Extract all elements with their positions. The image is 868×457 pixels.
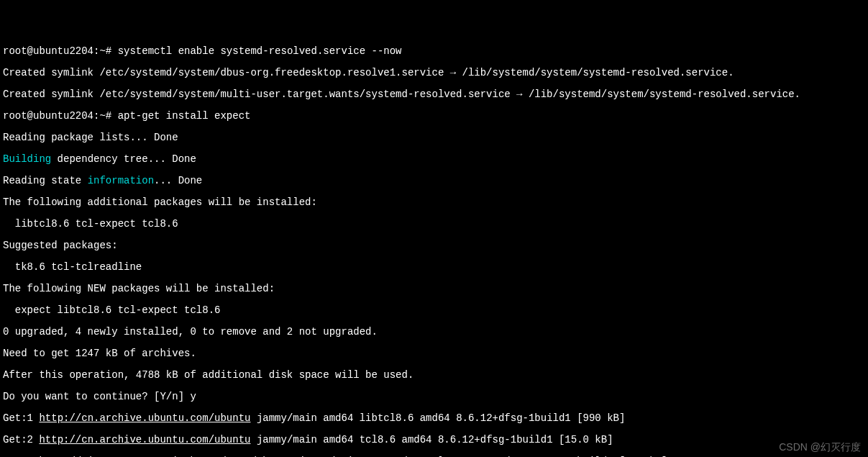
terminal-line: libtcl8.6 tcl-expect tcl8.6: [3, 219, 865, 230]
terminal-line: Do you want to continue? [Y/n] y: [3, 392, 865, 402]
url-link[interactable]: http://cn.archive.ubuntu.com/ubuntu: [39, 434, 250, 445]
terminal-line: expect libtcl8.6 tcl-expect tcl8.6: [3, 305, 865, 316]
terminal-line: 0 upgraded, 4 newly installed, 0 to remo…: [3, 327, 865, 338]
terminal-line: Reading state information... Done: [3, 176, 865, 186]
terminal-line: Get:2 http://cn.archive.ubuntu.com/ubunt…: [3, 435, 865, 445]
url-link[interactable]: http://cn.archive.ubuntu.com/ubuntu: [39, 412, 250, 424]
building-text: Building: [3, 153, 51, 165]
prompt: root@ubuntu2204:~#: [3, 110, 118, 122]
get-post: jammy/main amd64 libtcl8.6 amd64 8.6.12+…: [250, 412, 625, 424]
terminal-line: Get:1 http://cn.archive.ubuntu.com/ubunt…: [3, 413, 865, 424]
terminal-line: The following NEW packages will be insta…: [3, 284, 865, 294]
terminal-line: root@ubuntu2204:~# systemctl enable syst…: [3, 46, 865, 57]
terminal-line: The following additional packages will b…: [3, 197, 865, 208]
get-pre: Get:2: [3, 434, 39, 445]
terminal-line: Created symlink /etc/systemd/system/dbus…: [3, 68, 865, 78]
information-text: information: [88, 175, 154, 186]
terminal-line: tk8.6 tcl-tclreadline: [3, 262, 865, 273]
terminal-line: Building dependency tree... Done: [3, 154, 865, 165]
prompt: root@ubuntu2204:~#: [3, 45, 118, 57]
terminal-line: Need to get 1247 kB of archives.: [3, 348, 865, 359]
watermark: CSDN @幻灭行度: [779, 442, 861, 453]
command: apt-get install expect: [118, 110, 251, 122]
dep-tree-text: dependency tree... Done: [51, 153, 196, 165]
reading-state-pre: Reading state: [3, 175, 88, 186]
terminal-line: After this operation, 4788 kB of additio…: [3, 370, 865, 381]
get-pre: Get:1: [3, 412, 39, 424]
reading-state-post: ... Done: [154, 175, 202, 186]
terminal-line: Reading package lists... Done: [3, 132, 865, 143]
command: systemctl enable systemd-resolved.servic…: [118, 45, 402, 57]
terminal-line: root@ubuntu2204:~# apt-get install expec…: [3, 111, 865, 122]
terminal-line: Created symlink /etc/systemd/system/mult…: [3, 89, 865, 100]
get-post: jammy/main amd64 tcl8.6 amd64 8.6.12+dfs…: [250, 434, 613, 445]
terminal-line: Suggested packages:: [3, 240, 865, 251]
